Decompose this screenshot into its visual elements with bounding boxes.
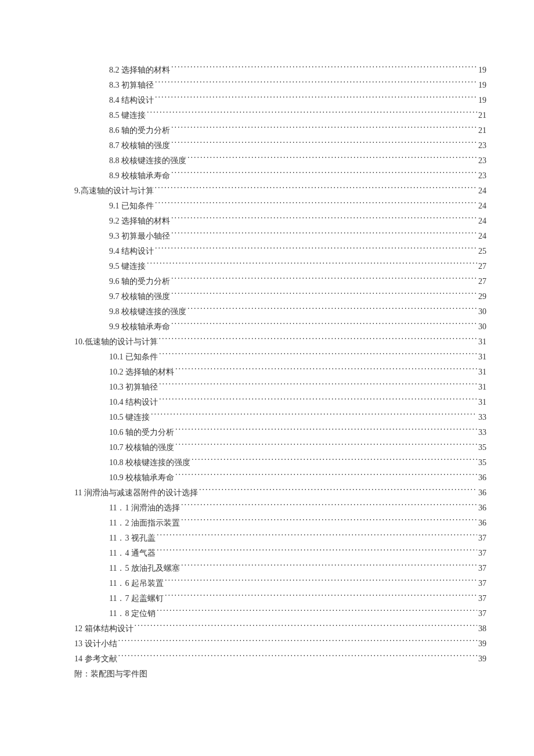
toc-entry-title: 8.6 轴的受力分析 — [109, 123, 170, 138]
toc-entry-title: 11．4 通气器 — [109, 546, 156, 561]
toc-entry-title: 9.7 校核轴的强度 — [109, 289, 170, 304]
toc-entry-page: 36 — [478, 516, 486, 531]
toc-entry-title: 8.2 选择轴的材料 — [109, 63, 170, 78]
toc-entry-title: 11 润滑油与减速器附件的设计选择 — [74, 485, 198, 501]
toc-entry-page: 24 — [478, 183, 486, 199]
toc-appendix-line: 附：装配图与零件图 — [74, 667, 486, 682]
toc-entry-page: 23 — [478, 153, 486, 168]
toc-entry: 12 箱体结构设计38 — [74, 621, 486, 636]
toc-entry: 9.5 键连接27 — [74, 259, 486, 274]
toc-entry-title: 9.4 结构设计 — [109, 244, 154, 259]
toc-entry: 10.7 校核轴的强度35 — [74, 440, 486, 455]
toc-entry: 11．1 润滑油的选择36 — [74, 501, 486, 516]
toc-entry-page: 19 — [478, 63, 486, 78]
toc-entry-title: 9.1 已知条件 — [109, 199, 154, 214]
toc-leader-dots — [165, 578, 477, 586]
toc-entry: 8.6 轴的受力分析21 — [74, 123, 486, 138]
toc-entry-page: 27 — [478, 259, 486, 274]
toc-entry-title: 11．7 起盖螺钉 — [109, 591, 164, 606]
toc-entry-page: 36 — [478, 470, 486, 485]
toc-entry-page: 36 — [478, 485, 486, 501]
toc-leader-dots — [175, 366, 477, 375]
toc-entry-page: 37 — [478, 561, 486, 576]
toc-entry-title: 10.9 校核轴承寿命 — [109, 470, 174, 485]
toc-entry: 11．5 放油孔及螺塞37 — [74, 561, 486, 576]
toc-entry: 9.9 校核轴承寿命30 — [74, 319, 486, 334]
toc-entry: 11．7 起盖螺钉37 — [74, 591, 486, 606]
toc-leader-dots — [159, 351, 477, 359]
toc-entry: 11．3 视孔盖37 — [74, 531, 486, 546]
toc-entry: 10.低速轴的设计与计算31 — [74, 334, 486, 350]
toc-entry-page: 38 — [478, 621, 486, 636]
toc-leader-dots — [175, 427, 477, 435]
toc-leader-dots — [155, 246, 477, 254]
toc-entry-title: 11．6 起吊装置 — [109, 576, 164, 591]
toc-leader-dots — [175, 442, 477, 450]
toc-leader-dots — [171, 276, 477, 284]
toc-entry-title: 10.4 结构设计 — [109, 395, 158, 410]
toc-container: 8.2 选择轴的材料198.3 初算轴径198.4 结构设计198.5 键连接2… — [74, 63, 486, 682]
toc-entry-page: 39 — [478, 651, 486, 667]
toc-leader-dots — [159, 381, 477, 390]
toc-entry: 9.4 结构设计25 — [74, 244, 486, 259]
toc-entry-page: 33 — [478, 425, 486, 440]
toc-leader-dots — [147, 261, 477, 269]
toc-entry-page: 24 — [478, 229, 486, 244]
toc-entry-page: 23 — [478, 168, 486, 183]
toc-entry-title: 8.8 校核键连接的强度 — [109, 153, 186, 168]
toc-entry-page: 25 — [478, 244, 486, 259]
toc-entry: 11．8 定位销37 — [74, 606, 486, 621]
toc-entry-title: 8.9 校核轴承寿命 — [109, 168, 170, 183]
toc-entry-title: 10.7 校核轴的强度 — [109, 440, 174, 455]
toc-leader-dots — [171, 170, 477, 178]
toc-entry-title: 14 参考文献 — [74, 651, 117, 667]
toc-entry-page: 37 — [478, 546, 486, 561]
toc-entry-page: 31 — [478, 350, 486, 365]
toc-leader-dots — [165, 593, 477, 601]
toc-leader-dots — [175, 472, 477, 480]
toc-leader-dots — [155, 80, 477, 88]
toc-entry-title: 12 箱体结构设计 — [74, 621, 134, 636]
toc-entry: 11．2 油面指示装置36 — [74, 516, 486, 531]
toc-entry-page: 30 — [478, 304, 486, 319]
toc-entry-page: 33 — [478, 410, 486, 425]
toc-entry-title: 9.2 选择轴的材料 — [109, 214, 170, 229]
toc-leader-dots — [151, 412, 477, 420]
toc-entry: 8.7 校核轴的强度23 — [74, 138, 486, 153]
toc-leader-dots — [171, 125, 477, 133]
toc-entry-title: 10.3 初算轴径 — [109, 380, 158, 395]
toc-entry: 10.3 初算轴径31 — [74, 380, 486, 395]
toc-entry-title: 13 设计小结 — [74, 636, 117, 651]
toc-entry: 9.6 轴的受力分析27 — [74, 274, 486, 289]
toc-leader-dots — [171, 321, 477, 329]
toc-entry-title: 10.1 已知条件 — [109, 350, 158, 365]
toc-entry-title: 9.9 校核轴承寿命 — [109, 319, 170, 334]
toc-leader-dots — [135, 623, 478, 631]
toc-entry: 9.3 初算最小轴径24 — [74, 229, 486, 244]
toc-entry: 10.6 轴的受力分析33 — [74, 425, 486, 440]
toc-entry-page: 24 — [478, 199, 486, 214]
toc-entry-title: 9.6 轴的受力分析 — [109, 274, 170, 289]
toc-entry-page: 31 — [478, 334, 486, 350]
toc-leader-dots — [157, 532, 477, 541]
toc-entry-page: 23 — [478, 138, 486, 153]
toc-entry-page: 39 — [478, 636, 486, 651]
toc-entry-title: 10.低速轴的设计与计算 — [74, 334, 158, 350]
toc-leader-dots — [171, 215, 477, 224]
toc-entry-title: 10.5 键连接 — [109, 410, 150, 425]
toc-entry-title: 10.8 校核键连接的强度 — [109, 455, 190, 470]
toc-entry: 8.4 结构设计19 — [74, 93, 486, 108]
toc-entry-page: 37 — [478, 606, 486, 621]
toc-entry: 11．6 起吊装置37 — [74, 576, 486, 591]
toc-leader-dots — [181, 517, 477, 525]
toc-leader-dots — [181, 502, 477, 510]
toc-entry: 8.8 校核键连接的强度23 — [74, 153, 486, 168]
toc-entry-page: 29 — [478, 289, 486, 304]
toc-leader-dots — [171, 140, 477, 148]
toc-entry: 9.2 选择轴的材料24 — [74, 214, 486, 229]
toc-entry: 9.1 已知条件24 — [74, 199, 486, 214]
toc-entry-page: 24 — [478, 214, 486, 229]
toc-entry: 10.8 校核键连接的强度35 — [74, 455, 486, 470]
toc-leader-dots — [171, 291, 477, 299]
toc-leader-dots — [157, 548, 477, 556]
